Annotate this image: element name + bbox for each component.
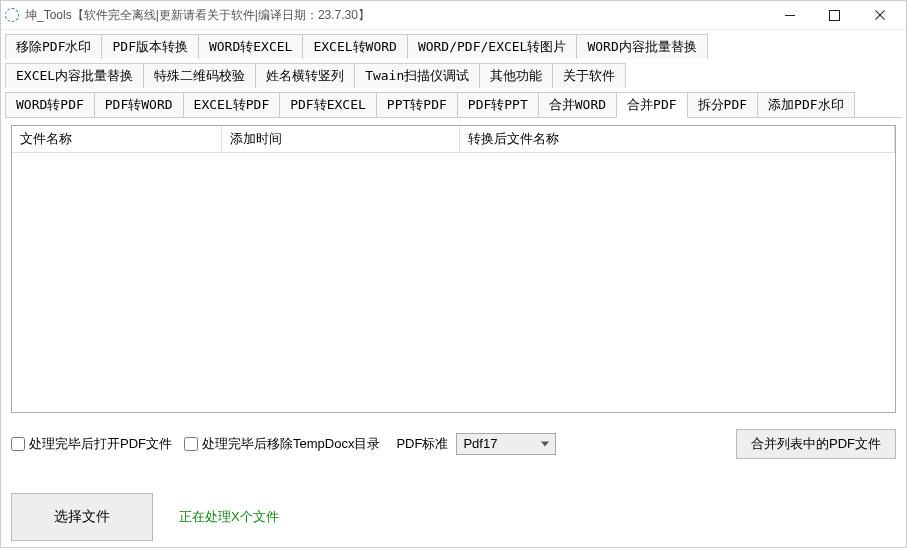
tab[interactable]: 关于软件: [552, 63, 626, 88]
open-after-checkbox[interactable]: 处理完毕后打开PDF文件: [11, 435, 172, 453]
tab[interactable]: 合并PDF: [616, 92, 687, 118]
remove-temp-label: 处理完毕后移除TempDocx目录: [202, 435, 380, 453]
tab[interactable]: 姓名横转竖列: [255, 63, 355, 88]
pdf-standard-label: PDF标准: [396, 435, 448, 453]
file-list[interactable]: 文件名称 添加时间 转换后文件名称: [11, 125, 896, 413]
open-after-input[interactable]: [11, 437, 25, 451]
tab[interactable]: WORD/PDF/EXCEL转图片: [407, 34, 578, 59]
col-filename[interactable]: 文件名称: [12, 126, 222, 152]
tab[interactable]: WORD转PDF: [5, 92, 95, 118]
tab[interactable]: 其他功能: [479, 63, 553, 88]
app-icon: [5, 8, 19, 22]
tab[interactable]: PDF转PPT: [457, 92, 539, 118]
remove-temp-checkbox[interactable]: 处理完毕后移除TempDocx目录: [184, 435, 380, 453]
pdf-standard-select[interactable]: Pdf17: [456, 433, 556, 455]
tab[interactable]: PDF版本转换: [101, 34, 198, 59]
list-header: 文件名称 添加时间 转换后文件名称: [12, 126, 895, 153]
tab[interactable]: PDF转EXCEL: [279, 92, 377, 118]
tab[interactable]: 拆分PDF: [687, 92, 758, 118]
tab[interactable]: 合并WORD: [538, 92, 617, 118]
tab[interactable]: 移除PDF水印: [5, 34, 102, 59]
tab[interactable]: EXCEL转WORD: [302, 34, 407, 59]
tab-row-2: EXCEL内容批量替换特殊二维码校验姓名横转竖列Twain扫描仪调试其他功能关于…: [1, 59, 906, 88]
tab[interactable]: WORD内容批量替换: [576, 34, 707, 59]
maximize-button[interactable]: [812, 1, 857, 29]
tab[interactable]: EXCEL内容批量替换: [5, 63, 144, 88]
action-row: 选择文件 正在处理X个文件: [11, 493, 896, 541]
choose-file-button[interactable]: 选择文件: [11, 493, 153, 541]
tab[interactable]: 添加PDF水印: [757, 92, 854, 118]
tab-row-3: WORD转PDFPDF转WORDEXCEL转PDFPDF转EXCELPPT转PD…: [1, 88, 906, 118]
window-controls: [767, 1, 902, 29]
minimize-button[interactable]: [767, 1, 812, 29]
options-row: 处理完毕后打开PDF文件 处理完毕后移除TempDocx目录 PDF标准 Pdf…: [11, 429, 896, 459]
merge-pdf-button[interactable]: 合并列表中的PDF文件: [736, 429, 896, 459]
status-text: 正在处理X个文件: [179, 508, 279, 526]
content-area: 文件名称 添加时间 转换后文件名称 处理完毕后打开PDF文件 处理完毕后移除Te…: [1, 119, 906, 547]
tab[interactable]: PDF转WORD: [94, 92, 184, 118]
tab-row-1: 移除PDF水印PDF版本转换WORD转EXCELEXCEL转WORDWORD/P…: [1, 30, 906, 59]
tab[interactable]: EXCEL转PDF: [183, 92, 281, 118]
pdf-standard-value: Pdf17: [463, 436, 497, 451]
tab[interactable]: WORD转EXCEL: [198, 34, 303, 59]
open-after-label: 处理完毕后打开PDF文件: [29, 435, 172, 453]
remove-temp-input[interactable]: [184, 437, 198, 451]
col-outputname[interactable]: 转换后文件名称: [460, 126, 895, 152]
list-body[interactable]: [12, 153, 895, 412]
tab[interactable]: PPT转PDF: [376, 92, 458, 118]
tab[interactable]: 特殊二维码校验: [143, 63, 256, 88]
window-title: 坤_Tools【软件完全离线|更新请看关于软件|编译日期：23.7.30】: [25, 7, 767, 24]
tab[interactable]: Twain扫描仪调试: [354, 63, 480, 88]
col-addtime[interactable]: 添加时间: [222, 126, 460, 152]
close-button[interactable]: [857, 1, 902, 29]
titlebar: 坤_Tools【软件完全离线|更新请看关于软件|编译日期：23.7.30】: [1, 1, 906, 30]
app-window: 坤_Tools【软件完全离线|更新请看关于软件|编译日期：23.7.30】 移除…: [0, 0, 907, 548]
